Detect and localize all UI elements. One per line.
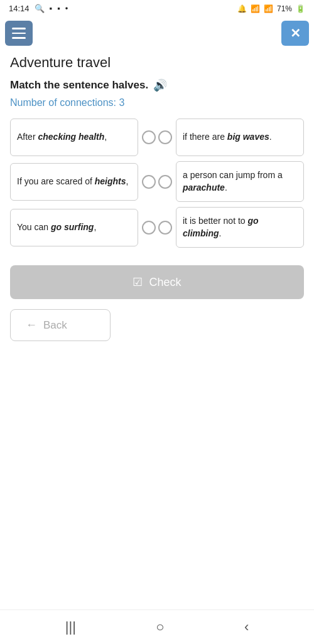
match-row-2: If you are scared of heights, a person c… xyxy=(10,161,304,202)
match-container: After checking health, if there are big … xyxy=(10,119,304,253)
radio-right-2[interactable] xyxy=(158,175,172,189)
status-left: 14:14 🔍 ▪ ▪ • xyxy=(9,4,68,13)
radio-right-3[interactable] xyxy=(158,221,172,235)
check-button[interactable]: ☑ Check xyxy=(10,265,304,299)
sentence-left-2: If you are scared of heights, xyxy=(10,163,138,201)
sound-icon[interactable]: 🔊 xyxy=(153,78,167,92)
search-icon: 🔍 xyxy=(35,4,45,13)
sentence-right-3: it is better not to go climbing. xyxy=(176,207,304,248)
nav-back-icon[interactable]: ‹ xyxy=(244,619,249,635)
time-display: 14:14 xyxy=(9,4,30,13)
close-icon: ✕ xyxy=(290,26,301,41)
sentence-right-1: if there are big waves. xyxy=(176,119,304,156)
battery-display: 71% xyxy=(277,4,292,13)
back-button[interactable]: ← Back xyxy=(10,309,111,341)
status-right: 🔔 📶 📶 71% 🔋 xyxy=(237,4,305,13)
menu-line-1 xyxy=(12,28,26,29)
back-arrow-icon: ← xyxy=(26,319,37,332)
menu-button[interactable] xyxy=(5,21,33,46)
header-bar: ✕ xyxy=(0,17,314,50)
menu-line-3 xyxy=(12,37,26,39)
connections-count: Number of connections: 3 xyxy=(10,97,304,108)
signal-icon: 📶 xyxy=(264,4,273,13)
battery-icon: 🔋 xyxy=(296,4,305,13)
radio-group-1 xyxy=(138,130,176,144)
dot-indicator: • xyxy=(65,4,68,13)
match-row-3: You can go surfing, it is better not to … xyxy=(10,207,304,248)
wifi-icon: 📶 xyxy=(251,4,260,13)
radio-left-3[interactable] xyxy=(142,221,156,235)
radio-left-1[interactable] xyxy=(142,130,156,144)
app-icon-1: ▪ xyxy=(50,4,53,13)
instruction-label: Match the sentence halves. xyxy=(10,79,148,92)
radio-group-3 xyxy=(138,221,176,235)
instruction-text: Match the sentence halves. 🔊 xyxy=(10,78,304,92)
content-area: Match the sentence halves. 🔊 Number of c… xyxy=(0,78,314,610)
sentence-left-1: After checking health, xyxy=(10,119,138,156)
status-bar: 14:14 🔍 ▪ ▪ • 🔔 📶 📶 71% 🔋 xyxy=(0,0,314,17)
match-row-1: After checking health, if there are big … xyxy=(10,119,304,156)
radio-right-1[interactable] xyxy=(158,130,172,144)
alarm-icon: 🔔 xyxy=(237,4,247,13)
menu-line-2 xyxy=(12,33,26,34)
bottom-nav: ||| ○ ‹ xyxy=(0,610,314,644)
check-label: Check xyxy=(149,276,181,289)
close-button[interactable]: ✕ xyxy=(281,21,309,46)
nav-home-icon[interactable]: ○ xyxy=(156,619,164,635)
radio-left-2[interactable] xyxy=(142,175,156,189)
sentence-right-2: a person can jump from a parachute. xyxy=(176,161,304,202)
page-title: Adventure travel xyxy=(0,50,314,78)
radio-group-2 xyxy=(138,175,176,189)
check-icon: ☑ xyxy=(133,275,143,289)
back-label: Back xyxy=(43,319,67,332)
sentence-left-3: You can go surfing, xyxy=(10,209,138,246)
nav-recents-icon[interactable]: ||| xyxy=(65,619,76,635)
app-icon-2: ▪ xyxy=(57,4,60,13)
